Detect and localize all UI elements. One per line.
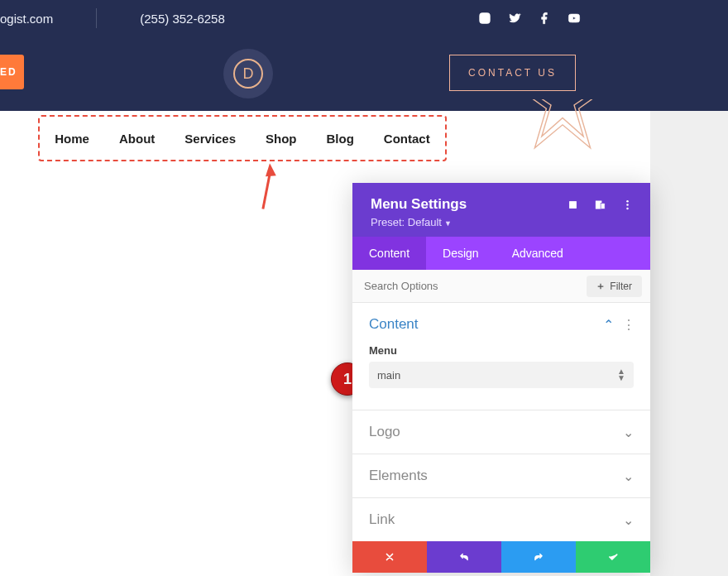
section-link[interactable]: Link ⌄ [352, 498, 650, 541]
redo-button[interactable] [501, 541, 576, 573]
chevron-up-icon[interactable]: ⌃ [603, 317, 614, 333]
contact-us-button[interactable]: CONTACT US [449, 55, 576, 91]
nav-item-shop[interactable]: Shop [266, 132, 297, 146]
nav-item-contact[interactable]: Contact [384, 132, 430, 146]
filter-label: Filter [610, 281, 632, 292]
preset-label: Preset: Default [371, 216, 442, 228]
chevron-down-icon: ⌄ [623, 468, 634, 484]
menu-field: Menu main ▲▼ [369, 344, 634, 388]
redo-icon [533, 551, 544, 563]
star-decoration [505, 99, 620, 157]
youtube-icon[interactable] [568, 12, 581, 25]
svg-point-8 [572, 204, 574, 206]
contact-email[interactable]: ogist.com [0, 12, 53, 26]
section-elements-title: Elements [369, 468, 428, 484]
contact-phone[interactable]: (255) 352-6258 [140, 12, 225, 26]
panel-title: Menu Settings [371, 196, 467, 213]
responsive-icon[interactable] [594, 199, 606, 211]
facebook-icon[interactable] [538, 12, 551, 25]
svg-point-2 [487, 15, 488, 16]
cancel-button[interactable] [352, 541, 427, 573]
instagram-icon[interactable] [478, 12, 491, 25]
svg-rect-10 [601, 203, 605, 209]
svg-marker-6 [262, 163, 280, 181]
section-content-title: Content [369, 316, 419, 333]
undo-icon [458, 551, 470, 563]
section-content[interactable]: Content ⌃ ⋮ Menu main ▲▼ [352, 303, 650, 410]
section-logo-title: Logo [369, 424, 400, 440]
menu-select[interactable]: main ▲▼ [369, 362, 634, 388]
annotation-arrow [236, 161, 293, 223]
more-menu-icon[interactable] [621, 199, 634, 211]
expand-icon[interactable] [567, 199, 579, 211]
logo-letter: D [233, 59, 263, 89]
save-button[interactable] [576, 541, 650, 573]
top-left: ogist.com (255) 352-6258 [0, 8, 225, 28]
plus-icon [596, 282, 605, 290]
tab-content[interactable]: Content [352, 237, 426, 270]
svg-point-1 [482, 16, 486, 20]
svg-point-11 [626, 199, 629, 202]
chevron-down-icon: ⌄ [623, 425, 634, 440]
twitter-icon[interactable] [508, 12, 521, 25]
chevron-down-icon: ⌄ [623, 512, 634, 528]
svg-point-12 [626, 204, 629, 206]
filter-button[interactable]: Filter [587, 276, 642, 297]
select-caret-icon: ▲▼ [617, 368, 625, 382]
panel-header[interactable]: Menu Settings Preset: Default▼ [352, 183, 650, 237]
menu-module-selected[interactable]: Home About Services Shop Blog Contact [38, 115, 447, 161]
social-links [478, 12, 721, 25]
close-icon [384, 551, 395, 563]
site-logo[interactable]: D [223, 49, 273, 98]
separator [96, 8, 97, 28]
nav-item-about[interactable]: About [119, 132, 155, 146]
nav-item-home[interactable]: Home [55, 132, 89, 146]
menu-settings-panel: Menu Settings Preset: Default▼ Content D… [352, 183, 650, 573]
check-icon [607, 551, 619, 563]
section-more-icon[interactable]: ⋮ [622, 317, 634, 333]
tab-advanced[interactable]: Advanced [496, 237, 650, 270]
right-page-edge [650, 37, 728, 576]
menu-select-value: main [377, 369, 400, 382]
preset-selector[interactable]: Preset: Default▼ [371, 216, 634, 228]
nav-item-services[interactable]: Services [184, 132, 236, 146]
section-elements[interactable]: Elements ⌄ [352, 454, 650, 498]
search-row: Filter [352, 270, 650, 303]
cta-button-cut[interactable]: ED [0, 55, 24, 89]
caret-down-icon: ▼ [444, 219, 452, 228]
menu-field-label: Menu [369, 344, 634, 357]
settings-tabs: Content Design Advanced [352, 237, 650, 270]
svg-point-13 [626, 207, 629, 209]
svg-marker-3 [514, 99, 611, 148]
nav-item-blog[interactable]: Blog [327, 132, 354, 146]
section-link-title: Link [369, 511, 395, 528]
topbar: ogist.com (255) 352-6258 [0, 0, 728, 36]
undo-button[interactable] [427, 541, 501, 573]
svg-marker-4 [525, 99, 600, 137]
panel-footer [352, 541, 650, 573]
tab-design[interactable]: Design [426, 237, 496, 270]
search-input[interactable] [352, 270, 578, 302]
section-logo[interactable]: Logo ⌄ [352, 410, 650, 454]
